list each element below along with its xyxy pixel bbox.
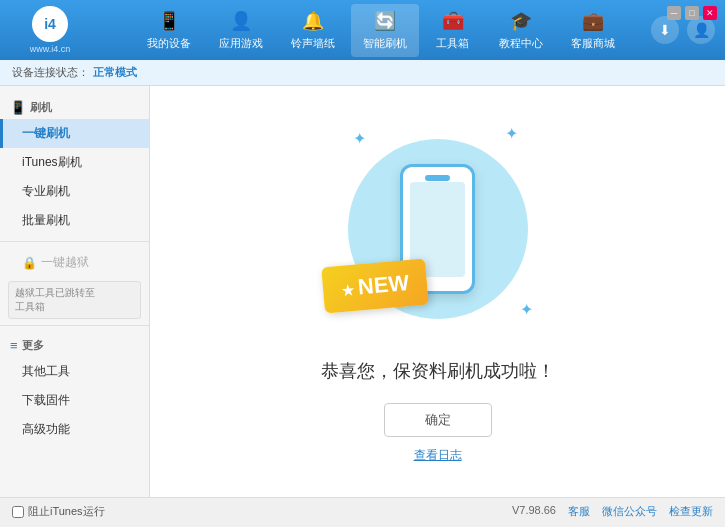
apps-games-icon: 👤 (230, 10, 252, 32)
logo-subtitle: www.i4.cn (30, 44, 71, 54)
sidebar-pro-flash[interactable]: 专业刷机 (0, 177, 149, 206)
phone-notch (425, 175, 450, 181)
nav-tutorials[interactable]: 🎓 教程中心 (487, 4, 555, 57)
nav-services-label: 客服商城 (571, 36, 615, 51)
phone-illustration: ✦ ✦ ✦ NEW (338, 119, 538, 339)
sidebar-other-tools[interactable]: 其他工具 (0, 357, 149, 386)
maximize-button[interactable]: □ (685, 6, 699, 20)
more-section-label: 更多 (22, 338, 44, 353)
nav-smart-flash[interactable]: 🔄 智能刷机 (351, 4, 419, 57)
main-content: ✦ ✦ ✦ NEW 恭喜您，保资料刷机成功啦！ 确定 查看日志 (150, 86, 725, 497)
wechat-link[interactable]: 微信公众号 (602, 504, 657, 519)
nav-smart-flash-label: 智能刷机 (363, 36, 407, 51)
main-area: 📱 刷机 一键刷机 iTunes刷机 专业刷机 批量刷机 🔒 一键越狱 越狱工具… (0, 86, 725, 497)
smart-flash-icon: 🔄 (374, 10, 396, 32)
logo-icon: i4 (32, 6, 68, 42)
sidebar-advanced[interactable]: 高级功能 (0, 415, 149, 444)
itunes-check-label[interactable]: 阻止iTunes运行 (12, 504, 105, 519)
log-link[interactable]: 查看日志 (414, 447, 462, 464)
sidebar-download-firmware[interactable]: 下载固件 (0, 386, 149, 415)
nav-toolbox[interactable]: 🧰 工具箱 (423, 4, 483, 57)
window-controls: ─ □ ✕ (667, 6, 717, 20)
sidebar-divider-2 (0, 325, 149, 326)
nav-my-device[interactable]: 📱 我的设备 (135, 4, 203, 57)
nav-apps-games-label: 应用游戏 (219, 36, 263, 51)
flash-section-icon: 📱 (10, 100, 26, 115)
toolbox-icon: 🧰 (442, 10, 464, 32)
jailbreak-note: 越狱工具已跳转至工具箱 (8, 281, 141, 319)
sidebar: 📱 刷机 一键刷机 iTunes刷机 专业刷机 批量刷机 🔒 一键越狱 越狱工具… (0, 86, 150, 497)
nav-services[interactable]: 💼 客服商城 (559, 4, 627, 57)
nav-ringtones[interactable]: 🔔 铃声墙纸 (279, 4, 347, 57)
sidebar-divider-1 (0, 241, 149, 242)
bottom-bar: 阻止iTunes运行 V7.98.66 客服 微信公众号 检查更新 (0, 497, 725, 525)
lock-icon: 🔒 (22, 256, 37, 270)
new-badge: NEW (321, 259, 429, 314)
sidebar-batch-flash[interactable]: 批量刷机 (0, 206, 149, 235)
status-mode: 正常模式 (93, 65, 137, 80)
download-button[interactable]: ⬇ (651, 16, 679, 44)
sidebar-section-jailbreak: 🔒 一键越狱 (0, 248, 149, 277)
sparkle-icon-2: ✦ (505, 124, 518, 143)
nav-ringtones-label: 铃声墙纸 (291, 36, 335, 51)
customer-service-link[interactable]: 客服 (568, 504, 590, 519)
confirm-button[interactable]: 确定 (384, 403, 492, 437)
sparkle-icon-3: ✦ (520, 300, 533, 319)
more-section-icon: ≡ (10, 338, 18, 353)
check-update-link[interactable]: 检查更新 (669, 504, 713, 519)
nav-tutorials-label: 教程中心 (499, 36, 543, 51)
sidebar-section-more: ≡ 更多 (0, 332, 149, 357)
tutorials-icon: 🎓 (510, 10, 532, 32)
success-message: 恭喜您，保资料刷机成功啦！ (321, 359, 555, 383)
close-button[interactable]: ✕ (703, 6, 717, 20)
version-info: V7.98.66 客服 微信公众号 检查更新 (512, 504, 713, 519)
flash-section-label: 刷机 (30, 100, 52, 115)
user-button[interactable]: 👤 (687, 16, 715, 44)
header-right: ⬇ 👤 (651, 16, 715, 44)
sidebar-section-flash: 📱 刷机 (0, 94, 149, 119)
minimize-button[interactable]: ─ (667, 6, 681, 20)
status-bar: 设备连接状态： 正常模式 (0, 60, 725, 86)
nav-apps-games[interactable]: 👤 应用游戏 (207, 4, 275, 57)
app-logo: i4 www.i4.cn (10, 6, 90, 54)
my-device-icon: 📱 (158, 10, 180, 32)
main-nav: 📱 我的设备 👤 应用游戏 🔔 铃声墙纸 🔄 智能刷机 🧰 工具箱 🎓 (110, 4, 651, 57)
itunes-checkbox[interactable] (12, 506, 24, 518)
ringtones-icon: 🔔 (302, 10, 324, 32)
sparkle-icon-1: ✦ (353, 129, 366, 148)
nav-toolbox-label: 工具箱 (436, 36, 469, 51)
sidebar-one-click-flash[interactable]: 一键刷机 (0, 119, 149, 148)
services-icon: 💼 (582, 10, 604, 32)
jailbreak-label: 一键越狱 (41, 254, 89, 271)
status-label: 设备连接状态： (12, 65, 89, 80)
nav-my-device-label: 我的设备 (147, 36, 191, 51)
app-header: i4 www.i4.cn 📱 我的设备 👤 应用游戏 🔔 铃声墙纸 🔄 智能刷机 (0, 0, 725, 60)
sidebar-itunes-flash[interactable]: iTunes刷机 (0, 148, 149, 177)
itunes-label: 阻止iTunes运行 (28, 504, 105, 519)
version-number: V7.98.66 (512, 504, 556, 519)
